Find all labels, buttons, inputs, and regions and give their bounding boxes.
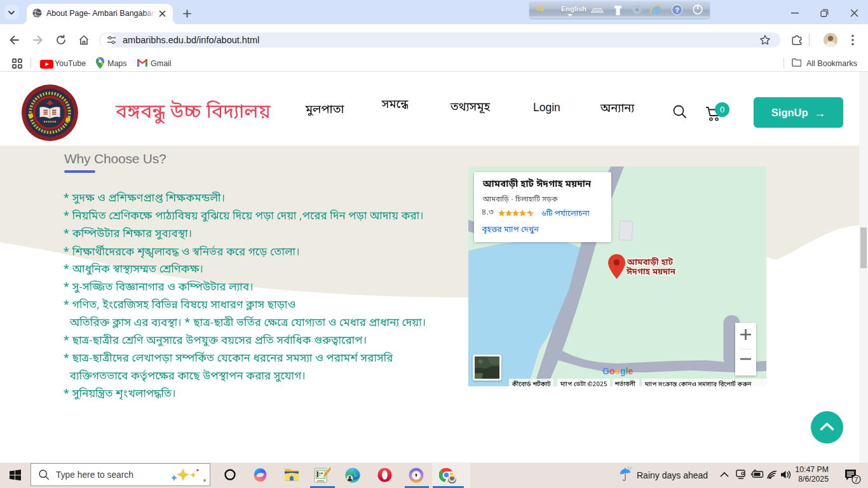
svg-text:Google: Google <box>602 366 633 376</box>
svg-text:7: 7 <box>855 476 858 484</box>
svg-text:?: ? <box>675 6 679 14</box>
